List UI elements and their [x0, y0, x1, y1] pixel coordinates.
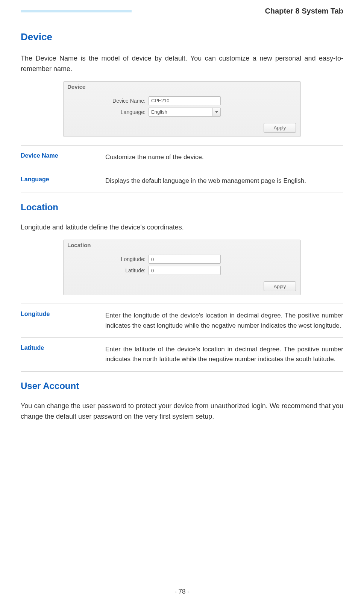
location-intro: Longitude and latitude define the device…	[21, 222, 343, 233]
longitude-desc: Enter the longitude of the device's loca…	[105, 304, 343, 338]
longitude-term: Longitude	[21, 304, 105, 338]
page-header: Chapter 8 System Tab	[21, 0, 343, 15]
language-value: English	[151, 109, 167, 115]
device-name-term: Device Name	[21, 145, 105, 169]
table-row: Latitude Enter the latitude of the devic…	[21, 338, 343, 372]
device-heading: Device	[21, 31, 343, 43]
latitude-label: Latitude:	[67, 267, 149, 273]
language-term: Language	[21, 169, 105, 193]
location-heading: Location	[21, 202, 343, 213]
user-account-heading: User Account	[21, 381, 343, 391]
chapter-label: Chapter 8 System Tab	[265, 7, 343, 15]
device-name-desc: Customize the name of the device.	[105, 145, 343, 169]
language-desc: Displays the default language in the web…	[105, 169, 343, 193]
latitude-input[interactable]: 0	[149, 266, 221, 275]
language-label: Language:	[67, 109, 149, 115]
location-apply-button[interactable]: Apply	[264, 281, 296, 291]
device-name-value: CPE210	[151, 98, 169, 103]
device-intro: The Device Name is the model of device b…	[21, 53, 343, 74]
latitude-desc: Enter the latitude of the device's locat…	[105, 338, 343, 372]
device-apply-button[interactable]: Apply	[264, 123, 296, 133]
device-panel-title: Device	[64, 82, 300, 95]
device-panel: Device Device Name: CPE210 Language: Eng…	[63, 81, 301, 137]
latitude-value: 0	[151, 268, 154, 273]
table-row: Device Name Customize the name of the de…	[21, 145, 343, 169]
header-accent-rule	[21, 10, 132, 12]
device-name-input[interactable]: CPE210	[149, 96, 221, 105]
chevron-down-icon	[215, 111, 218, 113]
device-name-label: Device Name:	[67, 98, 149, 104]
location-definition-table: Longitude Enter the longitude of the dev…	[21, 304, 343, 371]
table-row: Longitude Enter the longitude of the dev…	[21, 304, 343, 338]
location-panel: Location Longitude: 0 Latitude: 0 Apply	[63, 240, 301, 295]
table-row: Language Displays the default language i…	[21, 169, 343, 193]
longitude-input[interactable]: 0	[149, 255, 221, 264]
longitude-label: Longitude:	[67, 256, 149, 262]
location-panel-title: Location	[64, 240, 300, 254]
language-select[interactable]: English	[149, 108, 221, 117]
device-definition-table: Device Name Customize the name of the de…	[21, 145, 343, 193]
latitude-term: Latitude	[21, 338, 105, 372]
longitude-value: 0	[151, 257, 154, 262]
user-account-intro: You can change the user password to prot…	[21, 401, 343, 422]
page-number: - 78 -	[0, 588, 364, 595]
